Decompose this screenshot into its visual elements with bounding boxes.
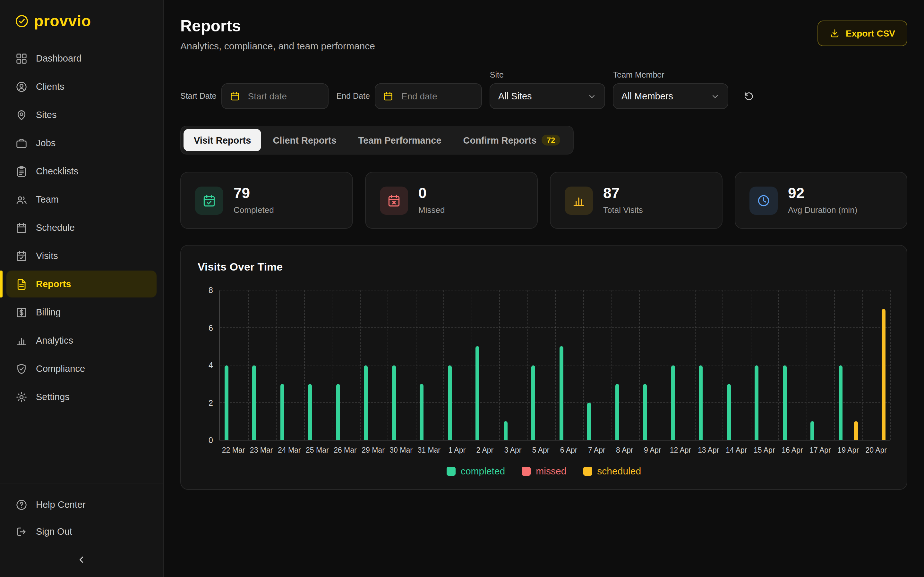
bar-completed-7-apr[interactable]: [588, 403, 591, 440]
legend-swatch: [522, 466, 531, 475]
sidebar-item-clients[interactable]: Clients: [6, 73, 157, 100]
sidebar-item-team[interactable]: Team: [6, 186, 157, 213]
chevron-down-icon: [711, 91, 720, 101]
x-axis-label: 26 Mar: [331, 446, 359, 454]
legend-item-completed[interactable]: completed: [447, 466, 505, 476]
tab-label: Client Reports: [273, 135, 336, 145]
tab-team-performance[interactable]: Team Performance: [348, 129, 452, 151]
gridline-vertical: [779, 290, 779, 440]
gridline-vertical: [722, 290, 723, 440]
bar-completed-17-apr[interactable]: [811, 421, 814, 440]
bar-completed-15-apr[interactable]: [755, 365, 759, 440]
chart-plot-area: [220, 290, 890, 440]
bar-completed-30-mar[interactable]: [392, 365, 396, 440]
gridline-vertical: [862, 290, 863, 440]
visits-chart-card: Visits Over Time 02468 22 Mar23 Mar24 Ma…: [180, 245, 907, 490]
bar-completed-29-mar[interactable]: [364, 365, 368, 440]
bar-completed-6-apr[interactable]: [559, 347, 564, 440]
shield-check-icon: [15, 363, 27, 375]
bar-completed-23-mar[interactable]: [252, 365, 256, 440]
sidebar-item-checklists[interactable]: Checklists: [6, 158, 157, 185]
x-axis-label: 5 Apr: [527, 446, 555, 454]
bar-scheduled-20-apr[interactable]: [882, 309, 886, 440]
sidebar-item-settings[interactable]: Settings: [6, 384, 157, 410]
site-select[interactable]: All Sites: [490, 83, 606, 109]
gridline-vertical: [276, 290, 276, 440]
x-axis-label: 23 Mar: [247, 446, 275, 454]
tab-client-reports[interactable]: Client Reports: [262, 129, 347, 151]
end-date-field[interactable]: [400, 90, 474, 102]
bar-completed-24-mar[interactable]: [280, 384, 284, 440]
sidebar-item-compliance[interactable]: Compliance: [6, 355, 157, 382]
start-date-field[interactable]: [247, 90, 320, 102]
legend-label: missed: [536, 466, 566, 476]
x-axis-label: 17 Apr: [806, 446, 834, 454]
stat-card-completed: 79 Completed: [180, 172, 353, 229]
gridline-vertical: [555, 290, 556, 440]
x-axis-label: 16 Apr: [779, 446, 806, 454]
stat-label: Completed: [234, 205, 274, 215]
export-csv-button[interactable]: Export CSV: [817, 21, 907, 46]
sidebar-item-reports[interactable]: Reports: [6, 271, 157, 298]
bar-completed-13-apr[interactable]: [699, 365, 703, 440]
sidebar-item-schedule[interactable]: Schedule: [6, 214, 157, 241]
calendar-icon: [383, 91, 394, 101]
bar-completed-22-mar[interactable]: [224, 365, 228, 440]
x-axis-label: 19 Apr: [834, 446, 862, 454]
bar-completed-26-mar[interactable]: [336, 384, 340, 440]
clipboard-icon: [15, 165, 27, 177]
bar-completed-31-mar[interactable]: [420, 384, 424, 440]
start-date-label: Start Date: [180, 92, 216, 101]
sidebar-item-sign-out[interactable]: Sign Out: [6, 518, 157, 545]
x-axis-label: 3 Apr: [499, 446, 527, 454]
tab-confirm-reports[interactable]: Confirm Reports 72: [453, 129, 570, 151]
legend-item-missed[interactable]: missed: [522, 466, 566, 476]
bar-completed-8-apr[interactable]: [615, 384, 619, 440]
x-axis-label: 25 Mar: [303, 446, 331, 454]
sidebar-item-label: Help Center: [36, 500, 86, 510]
calendar-icon: [15, 221, 27, 234]
sidebar-collapse-button[interactable]: [72, 550, 91, 569]
x-axis: 22 Mar23 Mar24 Mar25 Mar26 Mar29 Mar30 M…: [220, 440, 890, 454]
x-axis-label: 12 Apr: [667, 446, 695, 454]
stat-value: 0: [418, 186, 445, 201]
bar-completed-25-mar[interactable]: [309, 384, 312, 440]
legend-swatch: [583, 466, 592, 475]
tab-visit-reports[interactable]: Visit Reports: [184, 129, 261, 151]
x-axis-label: 2 Apr: [471, 446, 499, 454]
bar-completed-9-apr[interactable]: [643, 384, 647, 440]
legend-item-scheduled[interactable]: scheduled: [583, 466, 641, 476]
team-member-select[interactable]: All Members: [613, 83, 729, 109]
clock-icon: [750, 186, 778, 214]
bar-completed-5-apr[interactable]: [531, 365, 535, 440]
x-axis-label: 22 Mar: [220, 446, 247, 454]
bar-completed-2-apr[interactable]: [475, 347, 479, 440]
gridline-vertical: [388, 290, 388, 440]
bar-completed-19-apr[interactable]: [838, 365, 843, 440]
sidebar-item-label: Checklists: [36, 166, 78, 176]
sidebar-item-dashboard[interactable]: Dashboard: [6, 45, 157, 72]
bar-completed-16-apr[interactable]: [782, 365, 787, 440]
reset-filters-button[interactable]: [736, 83, 762, 109]
sidebar-item-help-center[interactable]: Help Center: [6, 491, 157, 518]
sidebar-item-visits[interactable]: Visits: [6, 242, 157, 269]
sidebar-item-label: Settings: [36, 392, 69, 402]
legend-label: scheduled: [597, 466, 641, 476]
sidebar-item-sites[interactable]: Sites: [6, 101, 157, 128]
gridline-vertical: [611, 290, 612, 440]
bar-completed-3-apr[interactable]: [504, 421, 507, 440]
bar-completed-12-apr[interactable]: [671, 365, 675, 440]
page-subtitle: Analytics, compliance, and team performa…: [180, 40, 375, 51]
start-date-input[interactable]: [222, 83, 329, 109]
sidebar-item-analytics[interactable]: Analytics: [6, 327, 157, 354]
bar-completed-1-apr[interactable]: [448, 365, 452, 440]
page-title: Reports: [180, 17, 375, 35]
tab-label: Team Performance: [359, 135, 441, 145]
x-axis-label: 31 Mar: [415, 446, 443, 454]
stat-card-missed: 0 Missed: [365, 172, 538, 229]
sidebar-item-billing[interactable]: Billing: [6, 299, 157, 326]
end-date-input[interactable]: [375, 83, 482, 109]
sidebar-item-jobs[interactable]: Jobs: [6, 129, 157, 156]
bar-scheduled-19-apr[interactable]: [854, 421, 858, 440]
bar-completed-14-apr[interactable]: [727, 384, 731, 440]
